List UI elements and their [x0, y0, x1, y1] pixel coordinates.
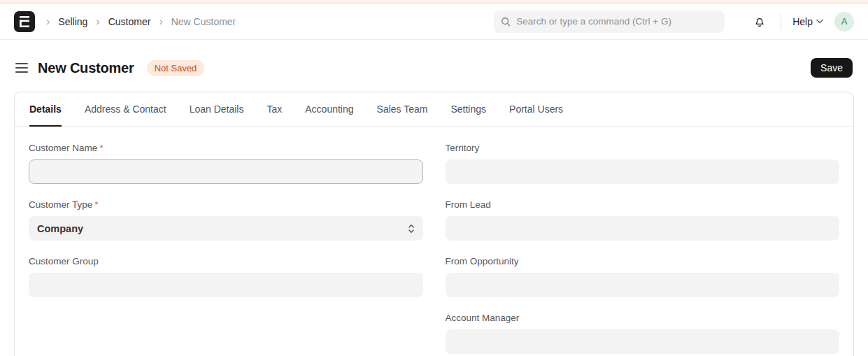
field-label: Account Manager — [446, 313, 840, 323]
erpnext-logo-icon — [19, 15, 30, 28]
customer-type-select[interactable]: Company — [29, 216, 423, 241]
navbar-divider — [781, 13, 781, 30]
search-input[interactable] — [516, 16, 718, 27]
field-territory: Territory — [446, 143, 840, 184]
tab-settings[interactable]: Settings — [450, 92, 486, 126]
tab-details[interactable]: Details — [29, 92, 62, 126]
breadcrumb-separator: › — [46, 16, 50, 27]
breadcrumb-item-customer[interactable]: Customer — [108, 16, 151, 27]
breadcrumb-item-selling[interactable]: Selling — [58, 16, 87, 27]
tab-address-contact[interactable]: Address & Contact — [85, 92, 166, 126]
tab-accounting[interactable]: Accounting — [305, 92, 353, 126]
field-customer-type: Customer Type* Company — [29, 199, 423, 241]
form-column-right: Territory From Lead From Opportunity Acc… — [446, 143, 840, 356]
from-lead-input[interactable] — [446, 216, 840, 241]
field-customer-group: Customer Group — [29, 256, 423, 297]
chevron-down-icon — [816, 19, 823, 24]
app-logo[interactable] — [14, 11, 35, 32]
tab-tax[interactable]: Tax — [266, 92, 282, 126]
field-from-opportunity: From Opportunity — [446, 256, 840, 297]
navbar: › Selling › Customer › New Customer Help… — [0, 3, 868, 40]
help-label: Help — [792, 16, 813, 27]
user-avatar[interactable]: A — [834, 12, 854, 31]
page-title: New Customer — [38, 60, 134, 76]
customer-name-input[interactable] — [29, 159, 423, 184]
field-account-manager: Account Manager — [446, 313, 840, 354]
field-label: From Opportunity — [446, 256, 840, 266]
required-marker: * — [94, 199, 98, 210]
breadcrumb-separator: › — [96, 16, 99, 27]
sidebar-toggle-button[interactable] — [15, 63, 28, 72]
field-customer-name: Customer Name* — [29, 143, 423, 184]
customer-group-input[interactable] — [29, 273, 423, 297]
bell-icon — [753, 15, 767, 29]
global-search[interactable] — [494, 10, 725, 33]
field-from-lead: From Lead — [446, 199, 840, 241]
notifications-button[interactable] — [750, 12, 769, 31]
tab-portal-users[interactable]: Portal Users — [509, 92, 563, 126]
field-label: Customer Type* — [29, 199, 423, 210]
search-icon — [501, 17, 511, 27]
form-tabs: Details Address & Contact Loan Details T… — [15, 92, 853, 127]
form-body: Customer Name* Customer Type* Company — [15, 127, 853, 356]
breadcrumb-item-current: New Customer — [171, 16, 236, 27]
form-card: Details Address & Contact Loan Details T… — [14, 92, 854, 356]
avatar-initial: A — [841, 16, 848, 27]
field-label: From Lead — [446, 199, 840, 210]
navbar-right: Help A — [750, 12, 854, 31]
customer-type-value: Company — [37, 223, 83, 234]
page-header: New Customer Not Saved Save — [0, 40, 868, 92]
tab-loan-details[interactable]: Loan Details — [190, 92, 244, 126]
tab-sales-team[interactable]: Sales Team — [377, 92, 428, 126]
breadcrumb: › Selling › Customer › New Customer — [46, 16, 236, 27]
account-manager-input[interactable] — [446, 329, 840, 354]
status-badge: Not Saved — [147, 60, 205, 76]
field-label: Territory — [446, 143, 840, 153]
from-opportunity-input[interactable] — [446, 273, 840, 297]
form-column-left: Customer Name* Customer Type* Company — [29, 143, 423, 356]
hamburger-icon — [15, 63, 28, 64]
select-chevrons-icon — [408, 224, 415, 234]
required-marker: * — [99, 143, 103, 153]
field-label: Customer Group — [29, 256, 423, 266]
save-button[interactable]: Save — [811, 58, 853, 78]
field-label: Customer Name* — [29, 143, 423, 153]
breadcrumb-separator: › — [159, 16, 162, 27]
territory-input[interactable] — [446, 159, 840, 184]
help-menu[interactable]: Help — [792, 16, 823, 27]
